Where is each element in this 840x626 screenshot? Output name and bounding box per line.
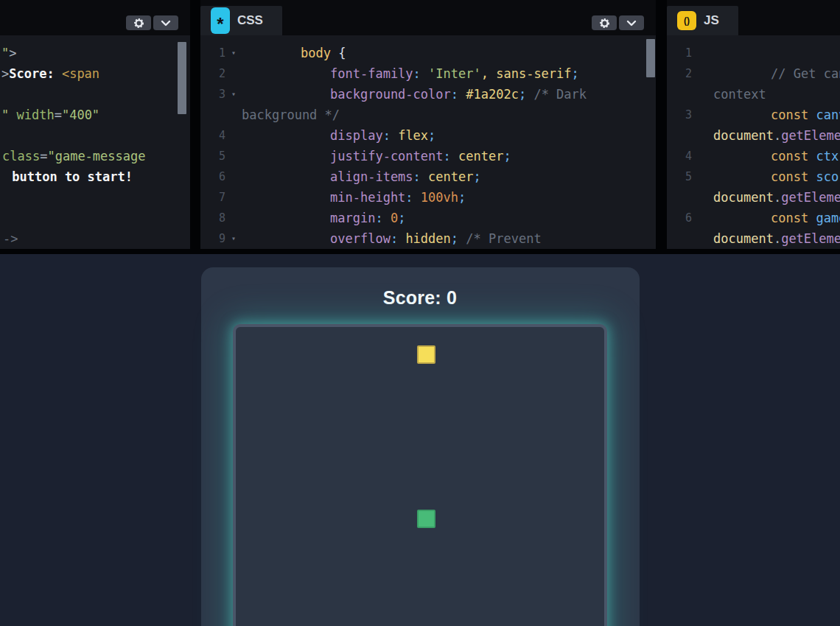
code-token: justify-content [330, 149, 444, 163]
game-preview: Score: 0 [0, 254, 840, 626]
code-fold-arrow-icon[interactable]: ▾ [225, 43, 242, 63]
code-token: center [458, 149, 503, 163]
css-code-area[interactable]: 1▾body {2font-family: 'Inter', sans-seri… [200, 35, 656, 249]
code-text: "> [0, 43, 17, 63]
code-token: : [391, 231, 405, 246]
code-token: const [771, 211, 808, 225]
line-number: 4 [667, 146, 692, 166]
code-line: 2// Get can [667, 63, 840, 84]
code-text: font-family: 'Inter', sans-serif; [242, 63, 579, 84]
code-fold-spacer [692, 208, 708, 228]
css-panel-header: * CSS [200, 0, 656, 35]
line-number: 8 [200, 208, 225, 228]
code-token: > [9, 46, 16, 60]
code-token: ; [474, 169, 481, 184]
line-number: 4 [200, 125, 225, 146]
js-panel-header: () JS [667, 0, 840, 35]
css-settings-button[interactable] [592, 15, 617, 30]
panel-divider[interactable] [190, 0, 200, 254]
line-number [667, 84, 692, 105]
line-number: 5 [200, 146, 225, 166]
code-token: : [413, 66, 428, 81]
code-text [0, 84, 1, 105]
code-line: document.getElemen [667, 125, 840, 146]
gear-icon [134, 18, 144, 28]
code-token: = [55, 108, 62, 122]
code-fold-spacer [692, 63, 708, 84]
code-text: margin: 0; [242, 208, 405, 228]
html-panel-header [0, 0, 190, 35]
code-token: /* Prevent [466, 231, 541, 246]
code-token: font-family [330, 66, 413, 81]
code-token: background */ [242, 108, 340, 122]
code-text: align-items: center; [242, 166, 481, 187]
css-collapse-button[interactable] [619, 15, 644, 30]
html-editor-scrollbar[interactable] [178, 42, 186, 114]
tab-css[interactable]: * CSS [200, 6, 282, 35]
line-number: 6 [200, 166, 225, 187]
css-editor-scrollbar[interactable] [646, 39, 655, 77]
code-line: 4display: flex; [200, 125, 656, 146]
code-text: background-color: #1a202c; /* Dark [242, 84, 587, 105]
code-token: : [375, 211, 390, 225]
line-number: 1 [667, 43, 692, 63]
code-line: 9▾overflow: hidden; /* Prevent [200, 228, 656, 249]
code-token: display [330, 128, 383, 143]
css-panel-actions [592, 15, 644, 30]
code-text: const game [708, 208, 840, 228]
line-number: 2 [200, 63, 225, 84]
code-line [0, 208, 190, 228]
code-line: 3const canv [667, 105, 840, 125]
code-fold-spacer [225, 208, 242, 228]
code-line: 8margin: 0; [200, 208, 656, 228]
code-fold-spacer [225, 166, 242, 187]
code-line: 6const game [667, 208, 840, 228]
line-number: 3 [667, 105, 692, 125]
code-token: overflow [330, 231, 391, 246]
code-token: const [771, 169, 808, 184]
js-parentheses-icon: () [677, 11, 696, 30]
code-token: "400" [62, 108, 99, 122]
code-token: background-color [330, 87, 451, 102]
code-token: . [774, 190, 781, 205]
code-line [0, 125, 190, 146]
code-token: align-items [330, 169, 413, 184]
code-fold-arrow-icon[interactable]: ▾ [225, 84, 242, 105]
code-fold-arrow-icon[interactable]: ▾ [225, 228, 242, 249]
code-line: document.getElemen [667, 228, 840, 249]
js-code-area[interactable]: 12// Get cancontext3const canvdocument.g… [667, 35, 840, 249]
tab-js[interactable]: () JS [667, 6, 738, 35]
css-asterisk-icon: * [211, 7, 230, 34]
code-token: 'Inter' [428, 66, 481, 81]
code-token: getElemen [781, 190, 840, 205]
game-container: Score: 0 [201, 267, 640, 626]
code-token: document [713, 231, 774, 246]
code-fold-spacer [692, 228, 708, 249]
code-token: 100vh [421, 190, 458, 205]
code-token: const [771, 149, 808, 163]
code-text: // Get can [708, 63, 840, 84]
game-canvas[interactable] [233, 324, 607, 626]
code-fold-spacer [692, 125, 708, 146]
code-token: : [383, 128, 398, 143]
code-token: " [1, 108, 16, 122]
code-text: document.getElemen [708, 187, 840, 208]
code-fold-spacer [225, 63, 242, 84]
html-collapse-button[interactable] [153, 15, 178, 30]
code-token: // Get can [771, 66, 840, 81]
code-token: : [413, 169, 428, 184]
line-number: 9 [200, 228, 225, 249]
html-code-area[interactable]: ">>Score: <span" width="400"class="game-… [0, 35, 190, 249]
code-text: >Score: <span [0, 63, 99, 84]
code-line: 4const ctx = [667, 146, 840, 166]
code-line: 7min-height: 100vh; [200, 187, 656, 208]
panel-divider[interactable] [656, 0, 667, 254]
code-token: flex [398, 128, 428, 143]
code-text: justify-content: center; [242, 146, 511, 166]
code-line: document.getElemen [667, 187, 840, 208]
html-settings-button[interactable] [126, 15, 151, 30]
code-line: 1▾body { [200, 43, 656, 63]
code-fold-spacer [692, 105, 708, 125]
codepen-editor-view: ">>Score: <span" width="400"class="game-… [0, 0, 840, 626]
code-token: canv [808, 108, 840, 122]
